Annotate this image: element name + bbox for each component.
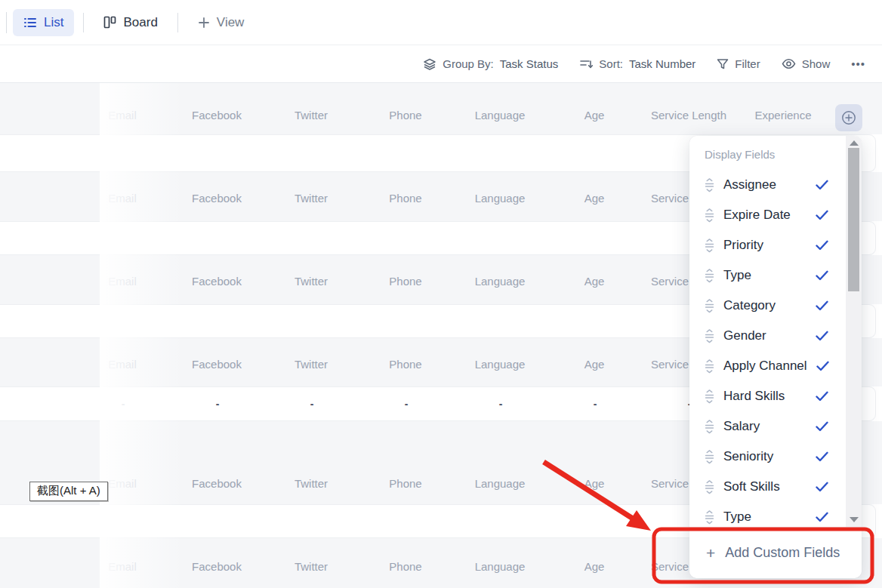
display-field-label: Gender (723, 328, 806, 343)
sort-label: Sort: (599, 57, 623, 70)
column-header: Language (475, 477, 526, 490)
ellipsis-icon: ••• (851, 57, 865, 70)
display-field-item[interactable]: Type (705, 502, 828, 527)
display-field-item[interactable]: Soft Skills (705, 472, 828, 502)
column-header: Experience (754, 109, 811, 122)
empty-cell-value: - (122, 398, 125, 410)
drag-handle-icon (705, 389, 714, 404)
filter-label: Filter (735, 57, 760, 70)
display-field-item[interactable]: Assignee (705, 170, 828, 200)
drag-handle-icon (705, 359, 714, 374)
column-header: Language (475, 560, 526, 573)
tab-board-label: Board (123, 15, 157, 30)
column-header: Twitter (295, 560, 328, 573)
column-header: Email (108, 109, 137, 122)
column-header: Age (584, 192, 605, 205)
column-header: Facebook (192, 477, 242, 490)
column-header: Age (584, 109, 605, 122)
empty-cell-value: - (310, 398, 314, 410)
column-header: Twitter (295, 109, 328, 122)
add-custom-fields-button[interactable]: + Add Custom Fields (689, 527, 862, 578)
column-header: Phone (389, 560, 421, 573)
display-field-item[interactable]: Hard Skills (705, 381, 828, 411)
column-header: Email (108, 560, 137, 573)
display-field-item[interactable]: Type (705, 260, 828, 291)
display-field-label: Category (723, 298, 806, 313)
left-edge-divider (6, 12, 7, 33)
drag-handle-icon (705, 178, 714, 192)
display-field-label: Salary (723, 419, 806, 434)
check-icon (816, 210, 828, 220)
check-icon (816, 270, 828, 281)
column-header: Twitter (295, 358, 328, 371)
add-column-button[interactable] (835, 104, 862, 131)
column-header: Email (108, 477, 137, 490)
drag-handle-icon (705, 269, 714, 283)
check-icon (816, 512, 828, 522)
drag-handle-icon (705, 208, 714, 223)
empty-cell-value: - (405, 398, 409, 410)
board-icon (103, 16, 116, 29)
tab-divider (83, 13, 84, 32)
scrollbar-thumb[interactable] (848, 148, 859, 291)
tab-list-label: List (44, 15, 63, 30)
group-by-control[interactable]: Group By: Task Status (423, 57, 558, 71)
scroll-down-icon[interactable] (850, 517, 859, 522)
check-icon (816, 300, 828, 311)
show-control[interactable]: Show (782, 57, 831, 70)
column-header: Age (584, 358, 605, 371)
display-fields-scroll-area: Display Fields Assignee (689, 136, 862, 527)
column-header: Email (108, 275, 137, 288)
add-view-label: View (217, 15, 245, 30)
display-field-label: Type (723, 268, 806, 283)
display-field-label: Apply Channel (723, 359, 807, 374)
tab-board[interactable]: Board (93, 9, 168, 36)
column-header: Facebook (192, 275, 242, 288)
drag-handle-icon (705, 480, 714, 494)
display-field-label: Seniority (723, 449, 806, 464)
column-header: Facebook (192, 560, 242, 573)
column-header: Email (108, 192, 137, 205)
display-field-item[interactable]: Gender (705, 321, 828, 351)
column-header: Language (475, 109, 526, 122)
check-icon (816, 180, 828, 190)
more-options-button[interactable]: ••• (851, 57, 865, 70)
add-view-button[interactable]: View (187, 9, 255, 36)
column-header: Phone (389, 477, 421, 490)
check-icon (816, 421, 828, 432)
sort-value: Task Number (629, 57, 695, 70)
column-header: Age (584, 477, 605, 490)
display-field-item[interactable]: Salary (705, 411, 828, 442)
group-by-value: Task Status (500, 57, 559, 70)
display-fields-list: Assignee Expire Date (689, 170, 862, 527)
dropdown-scrollbar[interactable] (846, 136, 862, 527)
display-field-label: Expire Date (723, 208, 806, 223)
column-header: Phone (389, 275, 421, 288)
column-header: Facebook (192, 109, 242, 122)
plus-icon: + (706, 545, 715, 561)
display-field-item[interactable]: Priority (705, 230, 828, 260)
display-field-label: Priority (723, 238, 806, 253)
sort-control[interactable]: Sort: Task Number (579, 57, 695, 71)
filter-icon (717, 58, 729, 70)
display-field-label: Hard Skills (723, 389, 806, 404)
display-field-item[interactable]: Expire Date (705, 200, 828, 230)
column-header: Facebook (192, 358, 242, 371)
app-window: List Board (0, 0, 882, 588)
column-header: Email (108, 358, 137, 371)
column-header: Age (584, 275, 605, 288)
display-field-item[interactable]: Apply Channel (705, 351, 828, 381)
display-field-item[interactable]: Category (705, 291, 828, 321)
empty-cell-value: - (499, 398, 503, 410)
empty-cell-value: - (594, 398, 597, 410)
screenshot-tooltip: 截图(Alt + A) (29, 482, 108, 501)
tab-list[interactable]: List (13, 9, 74, 36)
drag-handle-icon (705, 420, 714, 434)
column-header: Service Length (651, 109, 726, 122)
tab-divider (177, 13, 178, 32)
column-header: Phone (389, 358, 421, 371)
list-icon (23, 16, 37, 29)
display-field-item[interactable]: Seniority (705, 442, 828, 472)
scroll-up-icon[interactable] (850, 140, 859, 146)
filter-control[interactable]: Filter (717, 57, 760, 70)
